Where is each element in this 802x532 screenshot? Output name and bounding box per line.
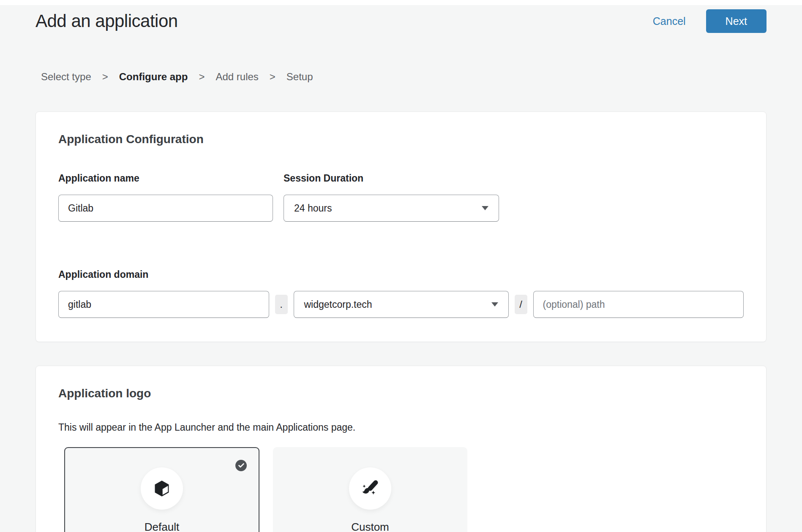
- application-logo-description: This will appear in the App Launcher and…: [58, 421, 744, 434]
- session-duration-field: Session Duration 24 hours: [284, 172, 499, 222]
- logo-option-default[interactable]: Default: [64, 447, 259, 532]
- slash-separator: /: [515, 295, 527, 314]
- dot-separator: .: [275, 295, 288, 314]
- page-title: Add an application: [35, 11, 178, 31]
- application-domain-row: . widgetcorp.tech /: [58, 291, 744, 318]
- application-configuration-heading: Application Configuration: [58, 132, 744, 147]
- page-header: Add an application Cancel Next: [35, 9, 767, 33]
- session-duration-label: Session Duration: [284, 172, 499, 185]
- session-duration-value: 24 hours: [294, 203, 332, 214]
- breadcrumb-step-configure-app[interactable]: Configure app: [119, 71, 188, 83]
- breadcrumb-step-add-rules[interactable]: Add rules: [216, 71, 258, 83]
- application-logo-card: Application logo This will appear in the…: [35, 366, 767, 532]
- breadcrumb-step-setup[interactable]: Setup: [286, 71, 313, 83]
- breadcrumb-step-select-type[interactable]: Select type: [41, 71, 91, 83]
- application-configuration-card: Application Configuration Application na…: [35, 111, 767, 342]
- breadcrumb-separator: >: [102, 71, 108, 83]
- top-white-strip: [0, 0, 802, 5]
- name-session-row: Application name Session Duration 24 hou…: [58, 172, 744, 222]
- application-name-input[interactable]: [58, 195, 273, 222]
- application-domain-label: Application domain: [58, 268, 744, 281]
- domain-select[interactable]: widgetcorp.tech: [294, 291, 509, 318]
- next-button[interactable]: Next: [706, 9, 767, 33]
- application-domain-field: Application domain . widgetcorp.tech /: [58, 268, 744, 318]
- subdomain-input[interactable]: [58, 291, 269, 318]
- breadcrumb-separator: >: [270, 71, 276, 83]
- header-actions: Cancel Next: [653, 9, 767, 33]
- chevron-down-icon: [482, 206, 488, 210]
- application-name-label: Application name: [58, 172, 273, 185]
- path-input[interactable]: [533, 291, 744, 318]
- check-icon: [235, 460, 247, 471]
- add-application-page: Add an application Cancel Next Select ty…: [0, 9, 802, 532]
- application-name-field: Application name: [58, 172, 273, 222]
- logo-option-default-label: Default: [145, 521, 179, 532]
- logo-options: Default Custom: [64, 447, 744, 532]
- breadcrumb: Select type > Configure app > Add rules …: [35, 71, 767, 83]
- breadcrumb-separator: >: [199, 71, 205, 83]
- application-logo-heading: Application logo: [58, 386, 744, 401]
- cube-icon: [152, 479, 172, 498]
- custom-logo-circle: [349, 467, 391, 510]
- logo-option-custom[interactable]: Custom: [273, 447, 467, 532]
- default-logo-circle: [141, 467, 183, 510]
- chevron-down-icon: [491, 302, 498, 307]
- logo-option-custom-label: Custom: [351, 521, 389, 532]
- paintbrush-icon: [359, 478, 381, 499]
- domain-select-value: widgetcorp.tech: [304, 299, 372, 310]
- cancel-button[interactable]: Cancel: [653, 15, 686, 27]
- session-duration-select[interactable]: 24 hours: [284, 195, 499, 222]
